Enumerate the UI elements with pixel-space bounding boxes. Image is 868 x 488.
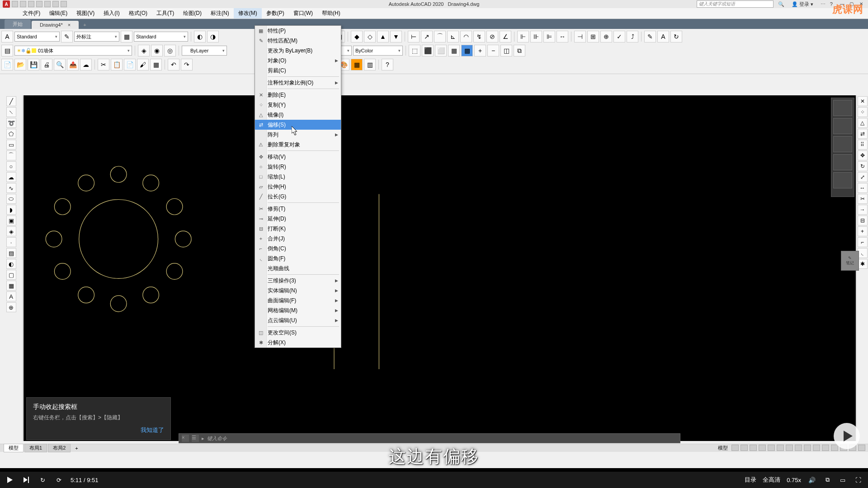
status-custom-icon[interactable] bbox=[858, 445, 865, 451]
qat-redo-icon[interactable] bbox=[61, 1, 67, 7]
modify-tool-icon[interactable]: ▲ bbox=[377, 31, 389, 42]
polygon-icon[interactable]: ⬠ bbox=[6, 129, 16, 139]
insert-block-icon[interactable]: ▣ bbox=[6, 216, 16, 225]
tab-layout2[interactable]: 布局2 bbox=[48, 444, 71, 452]
text-style-icon[interactable]: A bbox=[1, 31, 13, 42]
qat-save-icon[interactable] bbox=[28, 1, 34, 7]
status-transparency-icon[interactable] bbox=[786, 445, 793, 451]
status-workspace-icon[interactable] bbox=[813, 445, 820, 451]
text-style-combo[interactable]: Standard▾ bbox=[14, 32, 60, 42]
menu-surface-edit[interactable]: 曲面编辑(F)▶ bbox=[255, 296, 341, 305]
dim-quick-icon[interactable]: ⊩ bbox=[517, 31, 529, 42]
menu-parametric[interactable]: 参数(P) bbox=[262, 8, 289, 19]
paste-icon[interactable]: 📄 bbox=[124, 59, 136, 70]
join-icon[interactable]: + bbox=[858, 226, 868, 236]
tab-add-button[interactable]: + bbox=[80, 21, 90, 29]
publish-icon[interactable]: 📤 bbox=[67, 59, 79, 70]
modify-tool-icon[interactable]: ◆ bbox=[351, 31, 363, 42]
break-icon[interactable]: ⊟ bbox=[858, 216, 868, 225]
menu-solid-edit[interactable]: 实体编辑(N)▶ bbox=[255, 286, 341, 296]
rotate-icon[interactable]: ↻ bbox=[858, 161, 868, 171]
tab-start[interactable]: 开始 bbox=[5, 19, 31, 29]
dim-style-combo[interactable]: 外标注▾ bbox=[74, 32, 119, 42]
replay-button[interactable]: ↻ bbox=[38, 475, 47, 484]
menu-join[interactable]: +合并(J) bbox=[255, 234, 341, 244]
dim-tedit-icon[interactable]: A bbox=[657, 31, 669, 42]
redo-icon[interactable]: ↷ bbox=[181, 59, 193, 70]
menu-insert[interactable]: 插入(I) bbox=[99, 8, 124, 19]
menu-anno-scale[interactable]: 注释性对象比例(O)▶ bbox=[255, 78, 341, 88]
tooltip-ok-button[interactable]: 我知道了 bbox=[33, 426, 164, 434]
cmdline-close-icon[interactable]: × bbox=[182, 435, 189, 442]
pan-icon[interactable] bbox=[833, 118, 852, 134]
hatch-icon[interactable]: ▨ bbox=[6, 248, 16, 258]
status-lwt-icon[interactable] bbox=[777, 445, 784, 451]
qselect-icon[interactable]: ▩ bbox=[461, 45, 473, 56]
table-icon[interactable]: ▦ bbox=[6, 281, 16, 291]
color-combo[interactable]: ByLayer▾ bbox=[182, 46, 227, 56]
catalog-button[interactable]: 目录 bbox=[745, 476, 756, 484]
menu-overkill[interactable]: ⚠删除重复对象 bbox=[255, 140, 341, 150]
arc-icon[interactable]: ⌒ bbox=[6, 150, 16, 160]
exchange-icon[interactable]: ⋯ bbox=[821, 1, 826, 7]
annotation-pen-button[interactable]: ✎ 笔记 bbox=[841, 251, 859, 271]
menu-trim[interactable]: ✂修剪(T) bbox=[255, 204, 341, 214]
qat-saveas-icon[interactable] bbox=[36, 1, 42, 7]
cmdline-history-icon[interactable]: ☰ bbox=[192, 435, 199, 442]
isolate-icon[interactable]: ◫ bbox=[500, 45, 512, 56]
scale-icon[interactable]: ⤢ bbox=[858, 172, 868, 182]
play-overlay-button[interactable] bbox=[834, 423, 860, 449]
status-annoscale-icon[interactable] bbox=[804, 445, 811, 451]
group-icon[interactable]: ⬚ bbox=[409, 45, 420, 56]
menu-rotate[interactable]: ○旋转(R) bbox=[255, 162, 341, 172]
menu-chamfer[interactable]: ⌐倒角(C) bbox=[255, 244, 341, 253]
ellipse-arc-icon[interactable]: ◗ bbox=[6, 205, 16, 215]
infocenter-icon[interactable]: 🔍 bbox=[778, 1, 784, 7]
extend-icon[interactable]: → bbox=[858, 205, 868, 215]
dim-angular-icon[interactable]: ∠ bbox=[500, 31, 511, 42]
modify-tool-icon[interactable]: ▼ bbox=[390, 31, 402, 42]
theater-icon[interactable]: ▭ bbox=[838, 475, 847, 484]
tab-close-icon[interactable]: × bbox=[68, 22, 71, 28]
new-icon[interactable]: 📄 bbox=[1, 59, 13, 70]
layer-tool-icon[interactable]: ◉ bbox=[151, 45, 163, 56]
menu-explode[interactable]: ✱分解(X) bbox=[255, 338, 341, 347]
layer-tool-icon[interactable]: ◈ bbox=[138, 45, 150, 56]
menu-format[interactable]: 格式(O) bbox=[124, 8, 152, 19]
spline-icon[interactable]: ∿ bbox=[6, 183, 16, 193]
dim-space-icon[interactable]: ↔ bbox=[557, 31, 568, 42]
dim-diameter-icon[interactable]: ⊘ bbox=[486, 31, 498, 42]
next-button[interactable] bbox=[22, 475, 31, 484]
ungroup-icon[interactable]: ⬛ bbox=[422, 45, 434, 56]
menu-modify[interactable]: 修改(M) bbox=[234, 8, 262, 19]
dim-ordinate-icon[interactable]: ⊾ bbox=[447, 31, 459, 42]
tool-icon[interactable]: ◐ bbox=[194, 31, 206, 42]
command-line[interactable]: × ☰ ▸ 键入命令 bbox=[179, 433, 680, 443]
status-annotation-icon[interactable] bbox=[822, 445, 829, 451]
stretch-icon[interactable]: ↔ bbox=[858, 183, 868, 193]
status-snap-icon[interactable] bbox=[741, 445, 748, 451]
menu-erase[interactable]: ✕删除(E) bbox=[255, 90, 341, 100]
copy-icon[interactable]: ⁘ bbox=[858, 107, 868, 117]
help-search-input[interactable]: 键入关键字或短语 bbox=[697, 0, 774, 8]
chamfer-icon[interactable]: ⌐ bbox=[858, 237, 868, 247]
properties-icon[interactable]: ▦ bbox=[351, 59, 363, 70]
preview-icon[interactable]: 🔍 bbox=[54, 59, 66, 70]
status-osnap-icon[interactable] bbox=[768, 445, 775, 451]
menu-mesh-edit[interactable]: 网格编辑(M)▶ bbox=[255, 305, 341, 315]
menu-extend[interactable]: ⊸延伸(D) bbox=[255, 214, 341, 224]
mtext-icon[interactable]: A bbox=[6, 291, 16, 301]
menu-fillet[interactable]: ◟圆角(F) bbox=[255, 253, 341, 263]
menu-break[interactable]: ⊟打断(K) bbox=[255, 224, 341, 234]
dim-break-icon[interactable]: ⊣ bbox=[574, 31, 586, 42]
block-icon[interactable]: ▦ bbox=[150, 59, 162, 70]
add-selection-icon[interactable]: + bbox=[474, 45, 486, 56]
fullscreen-icon[interactable]: ⛶ bbox=[854, 475, 863, 484]
layer-tool-icon[interactable]: ◎ bbox=[164, 45, 176, 56]
app-logo-icon[interactable]: A bbox=[3, 0, 10, 8]
select-similar-icon[interactable]: ▦ bbox=[448, 45, 460, 56]
help-toolbar-icon[interactable]: ? bbox=[382, 59, 393, 70]
menu-dimension[interactable]: 标注(N) bbox=[206, 8, 234, 19]
inspect-icon[interactable]: ✓ bbox=[613, 31, 625, 42]
line-icon[interactable]: ╱ bbox=[6, 96, 16, 106]
